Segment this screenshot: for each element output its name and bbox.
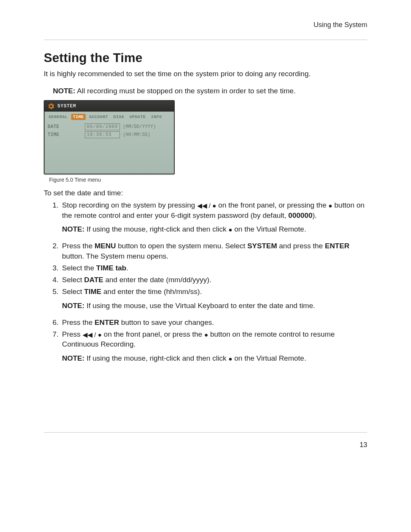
tab-info[interactable]: INFO <box>149 114 164 120</box>
note-label: NOTE: <box>62 225 84 233</box>
time-keyword: TIME <box>84 288 101 296</box>
note-text: on the Virtual Remote. <box>232 354 306 362</box>
footer-divider <box>44 432 367 433</box>
figure-caption: Figure 5.0 Time menu <box>49 177 367 183</box>
step-1: Stop recording on the system by pressing… <box>61 200 367 234</box>
note-text: If using the mouse, use the Virtual Keyb… <box>86 302 315 310</box>
gear-icon <box>48 103 54 110</box>
record-icon: ● <box>204 331 208 339</box>
tab-bar: GENERAL TIME ACCOUNT DISK UPDATE INFO <box>45 112 174 121</box>
step-text: Stop recording on the system by pressing <box>62 201 197 209</box>
top-note: NOTE: All recording must be stopped on t… <box>53 86 367 96</box>
lead-paragraph: To set the date and time: <box>44 189 367 197</box>
step-text: Press <box>62 330 83 338</box>
step-text: . <box>126 264 128 272</box>
system-window: SYSTEM GENERAL TIME ACCOUNT DISK UPDATE … <box>44 100 175 174</box>
step-text: button. The System menu opens. <box>62 252 169 260</box>
time-label: TIME <box>48 132 82 137</box>
steps-list: Stop recording on the system by pressing… <box>44 200 367 363</box>
step-5-note: NOTE: If using the mouse, use the Virtua… <box>62 301 367 311</box>
step-text: and enter the date (mm/dd/yyyy). <box>103 276 211 284</box>
step-text: Select <box>62 288 84 296</box>
rewind-record-icon: ◀◀ / ● <box>83 331 102 339</box>
tab-update[interactable]: UPDATE <box>127 114 148 120</box>
step-text: Press the <box>62 318 95 326</box>
tab-time[interactable]: TIME <box>71 114 86 120</box>
window-body: DATE 06/08/2009 (MM/DD/YYYY) TIME 19:36:… <box>45 121 174 174</box>
date-field[interactable]: 06/08/2009 <box>85 123 120 130</box>
note-label: NOTE: <box>62 302 84 310</box>
time-row: TIME 19:36:55 (HH:MM:SS) <box>48 131 171 138</box>
tab-disk[interactable]: DISK <box>112 114 126 120</box>
date-row: DATE 06/08/2009 (MM/DD/YYYY) <box>48 123 171 130</box>
system-keyword: SYSTEM <box>247 242 277 250</box>
date-label: DATE <box>48 124 82 129</box>
step-2: Press the MENU button to open the system… <box>61 241 367 261</box>
time-tab-keyword: TIME tab <box>96 264 126 272</box>
note-label: NOTE: <box>53 87 75 95</box>
record-icon: ● <box>328 202 332 209</box>
step-7-note: NOTE: If using the mouse, right-click an… <box>62 353 367 363</box>
date-keyword: DATE <box>84 276 103 284</box>
menu-keyword: MENU <box>95 242 116 250</box>
page-number: 13 <box>360 441 367 449</box>
breadcrumb: Using the System <box>44 21 367 29</box>
step-6: Press the ENTER button to save your chan… <box>61 318 367 328</box>
step-text: button to save your changes. <box>119 318 214 326</box>
note-label: NOTE: <box>62 354 84 362</box>
step-text: on the front panel, or pressing the <box>216 201 328 209</box>
note-text: on the Virtual Remote. <box>232 225 306 233</box>
intro-paragraph: It is highly recommended to set the time… <box>44 69 367 79</box>
note-text: If using the mouse, right-click and then… <box>86 354 228 362</box>
enter-keyword: ENTER <box>95 318 119 326</box>
note-text: All recording must be stopped on the sys… <box>77 87 296 95</box>
step-text: Press the <box>62 242 95 250</box>
time-field[interactable]: 19:36:55 <box>85 131 120 138</box>
step-3: Select the TIME tab. <box>61 263 367 273</box>
enter-keyword: ENTER <box>325 242 349 250</box>
default-password: 000000 <box>288 211 312 219</box>
header-divider <box>44 40 367 40</box>
step-text: ). <box>312 211 317 219</box>
page: Using the System Setting the Time It is … <box>0 0 411 532</box>
step-1-note: NOTE: If using the mouse, right-click an… <box>62 224 367 234</box>
date-hint: (MM/DD/YYYY) <box>123 124 156 129</box>
step-7: Press ◀◀ / ● on the front panel, or pres… <box>61 329 367 363</box>
tab-account[interactable]: ACCOUNT <box>87 114 110 120</box>
step-4: Select DATE and enter the date (mm/dd/yy… <box>61 275 367 285</box>
tab-general[interactable]: GENERAL <box>47 114 70 120</box>
time-hint: (HH:MM:SS) <box>123 132 150 137</box>
window-titlebar: SYSTEM <box>45 101 174 112</box>
figure: SYSTEM GENERAL TIME ACCOUNT DISK UPDATE … <box>44 100 367 183</box>
step-text: on the front panel, or press the <box>102 330 204 338</box>
step-text: and press the <box>277 242 325 250</box>
step-text: Select <box>62 276 84 284</box>
record-icon: ● <box>228 355 232 363</box>
step-5: Select TIME and enter the time (hh/mm/ss… <box>61 287 367 310</box>
step-text: and enter the time (hh/mm/ss). <box>101 288 202 296</box>
note-text: If using the mouse, right-click and then… <box>86 225 228 233</box>
rewind-record-icon: ◀◀ / ● <box>197 202 216 209</box>
step-text: Select the <box>62 264 96 272</box>
step-text: button to open the system menu. Select <box>116 242 247 250</box>
page-title: Setting the Time <box>44 51 367 65</box>
window-title: SYSTEM <box>57 104 76 109</box>
record-icon: ● <box>228 226 232 233</box>
